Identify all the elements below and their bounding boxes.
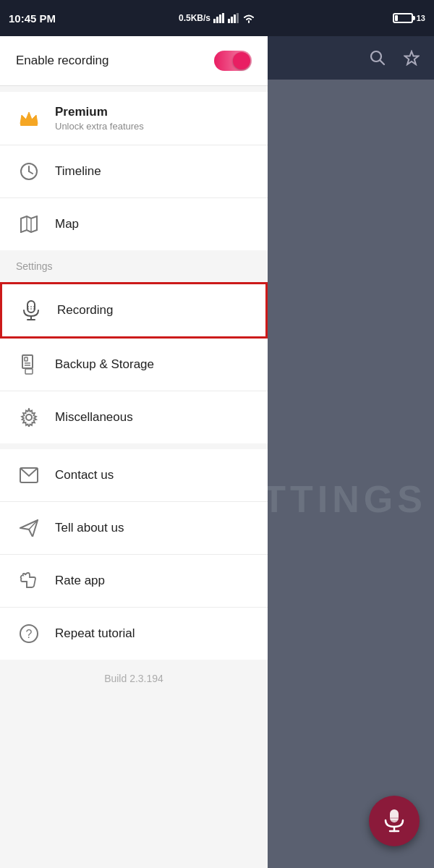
menu-item-tutorial[interactable]: ? Repeat tutorial bbox=[0, 608, 268, 660]
svg-rect-6 bbox=[234, 14, 236, 23]
send-icon bbox=[16, 515, 42, 541]
svg-rect-7 bbox=[237, 13, 239, 23]
storage-icon bbox=[16, 352, 42, 378]
misc-label: Miscellaneous bbox=[55, 410, 133, 425]
timeline-label: Timeline bbox=[55, 164, 101, 179]
toggle-knob bbox=[233, 52, 250, 69]
recording-label: Recording bbox=[57, 303, 114, 318]
network-icon bbox=[213, 13, 225, 23]
menu-item-misc[interactable]: Miscellaneous bbox=[0, 391, 268, 443]
menu-item-map[interactable]: Map bbox=[0, 198, 268, 250]
mail-icon bbox=[16, 462, 42, 488]
svg-rect-2 bbox=[219, 14, 221, 23]
drawer: Enable recording Premium Unlock extra fe… bbox=[0, 36, 268, 868]
svg-rect-4 bbox=[228, 19, 230, 23]
thumb-icon bbox=[16, 568, 42, 594]
svg-rect-0 bbox=[213, 19, 216, 23]
map-label: Map bbox=[55, 217, 79, 231]
tutorial-label: Repeat tutorial bbox=[55, 626, 135, 641]
premium-label: Premium bbox=[55, 105, 144, 119]
premium-sub: Unlock extra features bbox=[55, 121, 144, 132]
search-icon[interactable] bbox=[370, 50, 386, 66]
fab-button[interactable] bbox=[369, 796, 420, 846]
svg-rect-5 bbox=[231, 17, 233, 23]
menu-item-contact[interactable]: Contact us bbox=[0, 449, 268, 502]
menu-section-settings: Recording Backup & Storage bbox=[0, 282, 268, 443]
menu-item-rate[interactable]: Rate app bbox=[0, 555, 268, 608]
svg-point-27 bbox=[26, 414, 32, 420]
contact-label: Contact us bbox=[55, 468, 114, 482]
svg-rect-1 bbox=[216, 17, 218, 23]
mic-icon bbox=[18, 297, 44, 323]
enable-recording-toggle[interactable] bbox=[214, 51, 252, 71]
battery-percent: 13 bbox=[417, 14, 425, 22]
menu-section-1: Premium Unlock extra features Timeline M… bbox=[0, 92, 268, 250]
backup-label: Backup & Storage bbox=[55, 357, 154, 372]
network2-icon bbox=[228, 13, 239, 23]
menu-item-timeline[interactable]: Timeline bbox=[0, 145, 268, 198]
menu-section-misc: Contact us Tell about us Rate app ? Re bbox=[0, 449, 268, 660]
speed-indicator: 0.5KB/s bbox=[179, 13, 210, 23]
svg-line-9 bbox=[380, 61, 385, 65]
time-display: 10:45 PM bbox=[9, 12, 56, 25]
svg-marker-10 bbox=[405, 51, 419, 64]
fab-mic-icon bbox=[381, 808, 407, 834]
tell-label: Tell about us bbox=[55, 521, 124, 535]
wifi-icon bbox=[242, 13, 255, 23]
svg-rect-11 bbox=[20, 124, 38, 126]
svg-rect-34 bbox=[390, 809, 399, 822]
status-right: 13 bbox=[393, 13, 425, 23]
rate-label: Rate app bbox=[55, 574, 105, 588]
right-background: SETTINGS bbox=[268, 36, 434, 868]
gear-icon bbox=[16, 404, 42, 430]
map-icon bbox=[16, 211, 42, 237]
top-nav bbox=[268, 36, 434, 80]
settings-section-label: Settings bbox=[0, 250, 268, 276]
menu-item-recording[interactable]: Recording bbox=[0, 282, 268, 339]
enable-recording-row[interactable]: Enable recording bbox=[0, 36, 268, 86]
status-center: 0.5KB/s bbox=[179, 13, 255, 23]
enable-recording-label: Enable recording bbox=[16, 54, 109, 68]
svg-line-14 bbox=[29, 171, 33, 174]
menu-item-tell[interactable]: Tell about us bbox=[0, 502, 268, 555]
star-icon[interactable] bbox=[404, 50, 420, 66]
svg-rect-23 bbox=[25, 357, 27, 361]
clock-icon bbox=[16, 158, 42, 184]
status-bar: 10:45 PM 0.5KB/s 13 bbox=[0, 0, 434, 36]
battery-icon bbox=[393, 13, 413, 23]
svg-text:?: ? bbox=[26, 628, 33, 640]
help-icon: ? bbox=[16, 621, 42, 647]
crown-icon bbox=[16, 106, 42, 132]
menu-item-premium[interactable]: Premium Unlock extra features bbox=[0, 92, 268, 145]
build-version: Build 2.3.194 bbox=[0, 660, 268, 697]
menu-item-backup[interactable]: Backup & Storage bbox=[0, 339, 268, 391]
svg-rect-26 bbox=[25, 369, 33, 374]
svg-rect-3 bbox=[222, 13, 224, 23]
